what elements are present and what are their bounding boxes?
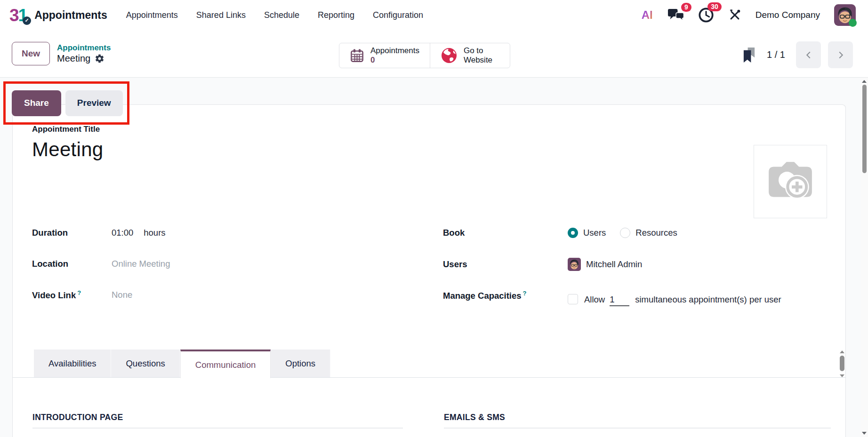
chevron-left-icon <box>804 50 814 60</box>
appointments-logo-icon[interactable]: 31 ✓ <box>9 7 27 24</box>
introduction-page-heading: INTRODUCTION PAGE <box>32 413 403 422</box>
stat-label: Go to Website <box>464 46 499 65</box>
systray: AI 9 30 Demo Company <box>642 4 856 26</box>
allow-label: Allow <box>584 294 605 304</box>
duration-field-row: Duration 01:00 hours <box>32 227 443 239</box>
mitchell-admin-avatar <box>568 258 581 271</box>
manage-capacities-label: Manage Capacities? <box>443 290 568 301</box>
bookmark-icon[interactable] <box>742 47 756 63</box>
new-button[interactable]: New <box>12 42 50 65</box>
page-scrollbar[interactable] <box>861 78 868 437</box>
breadcrumb-current: Meeting <box>57 53 90 64</box>
tab-bar: Availabilities Questions Communication O… <box>13 350 845 378</box>
location-label: Location <box>32 259 112 269</box>
activities-badge: 30 <box>707 2 722 11</box>
book-field-row: Book Users Resources <box>443 227 845 239</box>
tab-options[interactable]: Options <box>271 350 330 377</box>
record-actions-gear-icon[interactable] <box>95 54 104 64</box>
radio-selected-icon <box>568 228 578 238</box>
notebook: Availabilities Questions Communication O… <box>13 350 845 429</box>
users-label: Users <box>443 259 568 270</box>
globe-icon <box>441 47 458 64</box>
breadcrumb: Appointments Meeting <box>57 43 111 64</box>
video-link-input[interactable]: None <box>112 290 132 300</box>
notebook-scrollbar[interactable] <box>839 350 845 377</box>
stat-count: 0 <box>370 56 419 65</box>
scroll-down-arrow-icon[interactable] <box>862 432 867 435</box>
manage-capacities-help-icon[interactable]: ? <box>523 290 527 297</box>
image-upload-placeholder[interactable] <box>754 145 827 218</box>
duration-label: Duration <box>32 228 112 238</box>
scrollbar-thumb[interactable] <box>840 356 844 371</box>
menu-item-schedule[interactable]: Schedule <box>264 10 299 20</box>
stat-label: Appointments <box>370 46 419 56</box>
messages-badge: 9 <box>681 3 691 12</box>
company-switcher[interactable]: Demo Company <box>755 10 820 20</box>
radio-unselected-icon <box>620 228 630 238</box>
camera-plus-icon <box>766 160 814 203</box>
menu-item-configuration[interactable]: Configuration <box>373 10 423 20</box>
red-annotation-rectangle: Share Preview <box>3 81 129 125</box>
pager: 1 / 1 <box>742 41 853 68</box>
scroll-up-arrow-icon[interactable] <box>840 350 844 353</box>
menu-item-appointments[interactable]: Appointments <box>126 10 178 20</box>
users-tag[interactable]: Mitchell Admin <box>568 258 642 271</box>
duration-input[interactable]: 01:00 <box>112 228 133 238</box>
online-status-dot <box>849 19 857 27</box>
calendar-icon <box>350 48 364 63</box>
location-field-row: Location Online Meeting <box>32 258 443 270</box>
go-to-website-button[interactable]: Go to Website <box>430 43 510 68</box>
form-sheet: Appointment Title Meeting Duration 01:00… <box>12 104 846 437</box>
share-button[interactable]: Share <box>12 90 61 116</box>
stat-buttons: Appointments 0 Go to Website <box>339 43 510 68</box>
main-menu: Appointments Shared Links Schedule Repor… <box>126 10 423 20</box>
introduction-page-section: INTRODUCTION PAGE <box>32 413 403 429</box>
scrollbar-thumb[interactable] <box>862 85 867 173</box>
pager-next-button[interactable] <box>828 41 853 68</box>
capacity-suffix: simultaneous appointment(s) per user <box>635 294 781 304</box>
pager-counter[interactable]: 1 / 1 <box>767 49 785 60</box>
video-link-help-icon[interactable]: ? <box>77 289 81 296</box>
manage-capacities-field-row: Manage Capacities? Allow1simultaneous ap… <box>443 290 845 309</box>
form-view-container: Share Preview Appointment Title Meeting … <box>0 78 868 437</box>
menu-item-reporting[interactable]: Reporting <box>318 10 354 20</box>
tab-questions[interactable]: Questions <box>111 350 180 377</box>
book-resources-radio[interactable]: Resources <box>620 228 677 238</box>
logo-check-icon: ✓ <box>23 16 31 25</box>
top-navbar: 31 ✓ Appointments Appointments Shared Li… <box>0 0 868 30</box>
breadcrumb-parent[interactable]: Appointments <box>57 43 111 53</box>
section-divider <box>444 428 831 429</box>
capacity-count-input[interactable]: 1 <box>610 294 629 306</box>
tab-communication[interactable]: Communication <box>180 350 271 378</box>
duration-unit: hours <box>144 228 165 238</box>
emails-sms-heading: EMAILS & SMS <box>444 413 831 422</box>
preview-button[interactable]: Preview <box>65 90 123 116</box>
chevron-right-icon <box>836 50 846 60</box>
book-label: Book <box>443 228 568 238</box>
app-name[interactable]: Appointments <box>34 9 107 22</box>
book-users-radio[interactable]: Users <box>568 228 606 238</box>
users-value: Mitchell Admin <box>586 259 642 270</box>
appointment-title-label: Appointment Title <box>32 125 845 134</box>
control-panel: New Appointments Meeting Appointments 0 <box>0 30 868 78</box>
pager-previous-button[interactable] <box>796 41 821 68</box>
location-input[interactable]: Online Meeting <box>112 259 170 269</box>
appointment-title-input[interactable]: Meeting <box>32 138 845 161</box>
activities-clock-icon[interactable]: 30 <box>698 7 714 23</box>
communication-tab-content: INTRODUCTION PAGE EMAILS & SMS <box>13 378 845 429</box>
video-link-label: Video Link? <box>32 289 112 301</box>
scroll-up-arrow-icon[interactable] <box>862 80 867 83</box>
users-field-row: Users Mitchell Admin <box>443 258 845 271</box>
debug-tools-icon[interactable] <box>728 8 741 22</box>
user-avatar[interactable] <box>834 4 856 26</box>
messages-icon[interactable]: 9 <box>667 8 684 23</box>
video-link-field-row: Video Link? None <box>32 289 443 301</box>
emails-sms-section: EMAILS & SMS <box>444 413 831 429</box>
tab-availabilities[interactable]: Availabilities <box>34 350 111 377</box>
menu-item-shared-links[interactable]: Shared Links <box>196 10 246 20</box>
manage-capacities-checkbox[interactable] <box>568 294 578 304</box>
appointments-stat-button[interactable]: Appointments 0 <box>339 43 430 68</box>
scroll-down-arrow-icon[interactable] <box>840 374 844 377</box>
section-divider <box>32 428 403 429</box>
ai-icon[interactable]: AI <box>642 8 653 22</box>
